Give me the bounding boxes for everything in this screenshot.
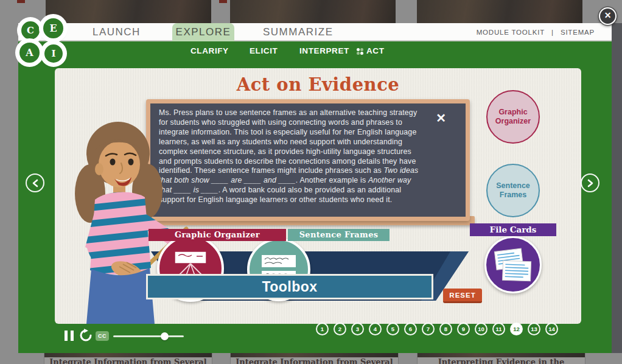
closed-captions-button[interactable]: CC [96, 331, 109, 341]
page-dot[interactable]: 12 [510, 323, 523, 335]
chalkboard-popup: Ms. Press plans to use sentence frames a… [146, 99, 470, 221]
reset-button[interactable]: RESET [443, 289, 482, 303]
page-dot[interactable]: 5 [386, 323, 399, 335]
phase-navbar: LAUNCH EXPLORE SUMMARIZE MODULE TOOLKIT … [18, 23, 612, 41]
replay-button[interactable] [79, 329, 93, 345]
page-dot[interactable]: 4 [369, 323, 382, 335]
ceai-logo: C E A I [16, 16, 67, 67]
slide-pagination: 1 2 3 4 5 6 7 8 9 10 11 12 13 14 [316, 323, 558, 335]
file-cards-banner: File Cards [470, 223, 556, 236]
close-icon[interactable]: ✕ [436, 111, 446, 125]
page-dot[interactable]: 10 [475, 323, 487, 335]
page-dot[interactable]: 9 [457, 323, 470, 335]
toolbox-banner: Toolbox [146, 274, 433, 299]
act-clover-icon [357, 48, 363, 55]
link-separator: | [551, 29, 554, 36]
page-dot[interactable]: 3 [351, 323, 364, 335]
tool-circle-sentence-frames[interactable]: Sentence Frames [486, 164, 540, 217]
pause-icon [65, 331, 68, 341]
chalkboard-text: Ms. Press plans to use sentence frames a… [159, 108, 422, 205]
utility-links: MODULE TOOLKIT | SITEMAP [477, 23, 595, 41]
volume-slider[interactable] [113, 331, 184, 341]
subnav-clarify[interactable]: CLARIFY [190, 41, 229, 61]
logo-letter-c: C [19, 19, 41, 41]
volume-slider-handle[interactable] [161, 332, 169, 340]
page-dot[interactable]: 1 [316, 323, 329, 335]
chevron-right-icon [587, 179, 594, 187]
subnav-interpret[interactable]: INTERPRET [299, 41, 349, 61]
chevron-left-icon [32, 179, 39, 187]
module-toolkit-link[interactable]: MODULE TOOLKIT [477, 29, 545, 36]
tool-label: Sentence Frames [492, 181, 534, 200]
logo-letter-e: E [41, 16, 65, 40]
page-dot[interactable]: 8 [439, 323, 452, 335]
tab-summarize[interactable]: SUMMARIZE [263, 23, 334, 41]
step-subnav: CLARIFY ELICIT INTERPRET ACT [18, 41, 612, 61]
subnav-act-label: ACT [366, 41, 385, 61]
logo-letter-a: A [18, 41, 41, 65]
slide-card: Act on Evidence Ms. Press plans to use s… [55, 68, 581, 324]
next-slide-button[interactable] [581, 173, 599, 192]
tab-explore-active[interactable]: EXPLORE [172, 23, 234, 41]
page-dot[interactable]: 13 [528, 323, 540, 335]
tool-circle-file-cards[interactable] [484, 236, 542, 293]
page-dot[interactable]: 14 [545, 323, 558, 335]
logo-letter-i: I [43, 43, 65, 65]
tool-circle-graphic-organizer[interactable]: Graphic Organizer [486, 90, 540, 144]
modal-shadow [612, 23, 622, 353]
tab-launch[interactable]: LAUNCH [93, 23, 141, 41]
subnav-act-active[interactable]: ACT [357, 41, 385, 61]
screen: Integrate Information from Several Integ… [0, 0, 622, 364]
pause-icon [71, 331, 74, 341]
tool-label: Graphic Organizer [492, 108, 534, 126]
page-dot[interactable]: 11 [492, 323, 505, 335]
pause-button[interactable] [65, 331, 74, 341]
module-player-modal: LAUNCH EXPLORE SUMMARIZE MODULE TOOLKIT … [18, 23, 612, 353]
page-dot[interactable]: 2 [334, 323, 346, 335]
page-dot[interactable]: 7 [422, 323, 435, 335]
page-dot[interactable]: 6 [404, 323, 417, 335]
replay-icon [79, 329, 93, 342]
previous-slide-button[interactable] [26, 173, 44, 192]
file-cards-icon [493, 247, 533, 283]
slot-label-sentence-frames: Sentence Frames [288, 229, 390, 241]
subnav-elicit[interactable]: ELICIT [250, 41, 278, 61]
sitemap-link[interactable]: SITEMAP [561, 29, 595, 36]
close-icon[interactable]: ✕ [599, 7, 617, 25]
slot-label-graphic-organizer: Graphic Organizer [149, 229, 286, 241]
volume-slider-track [113, 335, 184, 337]
